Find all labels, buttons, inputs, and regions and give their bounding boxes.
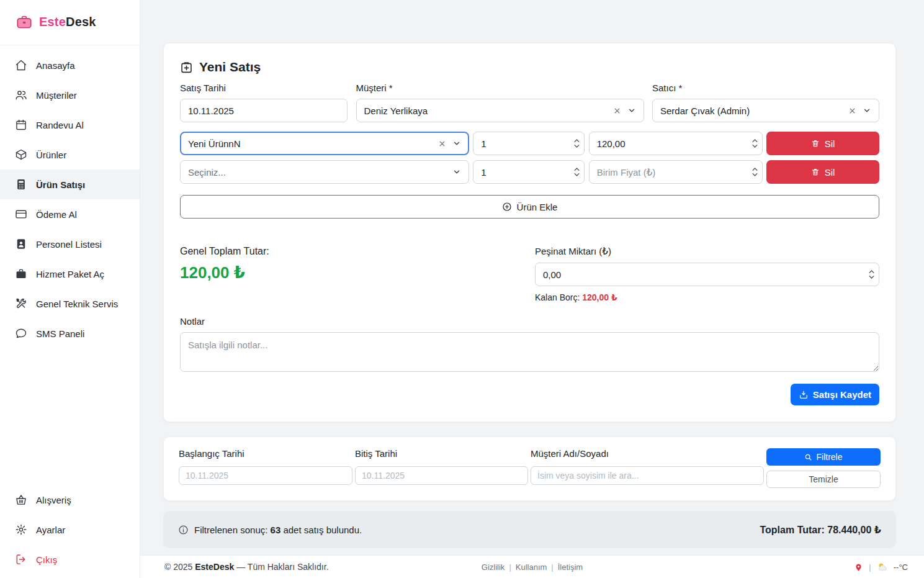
customer-label: Müşteri *	[356, 83, 644, 93]
sidebar-item-anasayfa[interactable]: Anasayfa	[0, 50, 140, 80]
sale-date-input[interactable]	[180, 99, 348, 122]
unit-price-input[interactable]	[589, 160, 763, 184]
product-select[interactable]: Yeni ÜrünnN	[180, 132, 469, 155]
id-badge-icon	[15, 238, 27, 250]
results-total-value: 78.440,00 ₺	[827, 525, 881, 535]
chevron-down-icon	[452, 168, 461, 176]
unit-price-input[interactable]	[589, 132, 763, 155]
sidebar-item-odeme-al[interactable]: Ödeme Al	[0, 199, 140, 229]
sidebar-item-cikis[interactable]: Çıkış	[0, 544, 140, 574]
sidebar-item-label: Hizmet Paket Aç	[36, 269, 104, 279]
results-summary: Filtrelenen sonuç: 63 adet satış bulundu…	[178, 525, 362, 535]
sidebar-item-hizmet-paket-ac[interactable]: Hizmet Paket Aç	[0, 259, 140, 289]
sidebar-item-urunler[interactable]: Ürünler	[0, 140, 140, 169]
clear-filter-button[interactable]: Temizle	[766, 471, 881, 488]
seller-select[interactable]: Serdar Çıvak (Admin)	[652, 99, 879, 122]
customer-name-label: Müşteri Adı/Soyadı	[531, 448, 764, 459]
filter-button[interactable]: Filtrele	[766, 448, 881, 466]
notes-textarea[interactable]	[180, 332, 879, 372]
delete-row-button[interactable]: Sil	[766, 132, 879, 155]
footer-status: | --°C	[854, 562, 908, 572]
start-date-label: Başlangıç Tarihi	[179, 448, 352, 459]
add-product-button[interactable]: Ürün Ekle	[180, 195, 879, 219]
sidebar-item-label: Çıkış	[36, 554, 57, 565]
brand-logo[interactable]: EsteDesk	[0, 0, 140, 45]
quantity-stepper[interactable]	[574, 168, 580, 177]
filter-card: Başlangıç Tarihi Bitiş Tarihi Müşteri Ad…	[163, 436, 896, 501]
results-count: 63	[271, 525, 281, 535]
sidebar-item-genel-teknik-servis[interactable]: Genel Teknik Servis	[0, 289, 140, 318]
location-pin-icon[interactable]	[854, 562, 863, 572]
sidebar-item-alisveris[interactable]: Alışveriş	[0, 485, 140, 515]
clear-icon[interactable]	[848, 107, 856, 115]
delete-row-label: Sil	[825, 138, 835, 149]
product-row: Seçiniz...	[180, 160, 879, 184]
quantity-stepper[interactable]	[574, 139, 580, 148]
chevron-down-icon	[574, 145, 580, 148]
chevron-down-icon	[863, 106, 871, 115]
copyright-brand: EsteDesk	[195, 562, 234, 572]
price-stepper[interactable]	[752, 139, 758, 148]
sidebar-item-label: Müşteriler	[36, 90, 77, 101]
chevron-up-icon	[752, 139, 758, 143]
deposit-label: Peşinat Miktarı (₺)	[535, 246, 879, 257]
sidebar-item-label: Anasayfa	[36, 60, 75, 71]
copyright-suffix: — Tüm Hakları Saklıdır.	[236, 562, 328, 572]
quantity-input[interactable]	[473, 160, 585, 184]
product-rows: Yeni ÜrünnN	[180, 132, 879, 184]
customer-select[interactable]: Deniz Yerlikaya	[356, 99, 644, 122]
product-select[interactable]: Seçiniz...	[180, 160, 469, 184]
footer-links: Gizlilik | Kullanım | İletişim	[482, 562, 583, 572]
save-sale-button[interactable]: Satışı Kaydet	[791, 384, 879, 405]
product-select-value: Yeni ÜrünnN	[188, 138, 432, 149]
grand-total-value: 120,00 ₺	[180, 263, 269, 282]
start-date-input[interactable]	[179, 466, 352, 485]
delete-row-button[interactable]: Sil	[766, 160, 879, 184]
chevron-up-icon	[752, 168, 758, 171]
footer-link-iletisim[interactable]: İletişim	[558, 562, 583, 572]
copyright: © 2025 EsteDesk — Tüm Hakları Saklıdır.	[164, 562, 329, 572]
briefcase-icon	[15, 268, 27, 280]
grand-total: Genel Toplam Tutar: 120,00 ₺	[180, 246, 269, 302]
save-sale-label: Satışı Kaydet	[813, 389, 871, 400]
sidebar-item-personel-listesi[interactable]: Personel Listesi	[0, 229, 140, 259]
sidebar-item-ayarlar[interactable]: Ayarlar	[0, 515, 140, 544]
quantity-input[interactable]	[473, 132, 585, 155]
sidebar-item-randevu-al[interactable]: Randevu Al	[0, 110, 140, 140]
sidebar-item-label: SMS Paneli	[36, 328, 84, 339]
sidebar-item-sms-paneli[interactable]: SMS Paneli	[0, 318, 140, 348]
notes-section: Notlar	[180, 316, 879, 374]
seller-select-value: Serdar Çıvak (Admin)	[660, 106, 842, 116]
chevron-down-icon	[869, 276, 874, 279]
chevron-up-icon	[574, 139, 580, 143]
seller-label: Satıcı *	[652, 83, 879, 93]
footer-link-gizlilik[interactable]: Gizlilik	[482, 562, 505, 572]
sidebar-item-label: Ürünler	[36, 150, 66, 160]
results-text: Filtrelenen sonuç: 63 adet satış bulundu…	[194, 525, 362, 535]
chevron-down-icon	[752, 173, 758, 177]
weather-icon	[877, 562, 888, 572]
new-sale-card: Yeni Satış Satış Tarihi Müşteri * Deniz …	[163, 43, 896, 422]
clear-icon[interactable]	[438, 140, 446, 148]
chat-icon	[15, 327, 27, 340]
sidebar-item-label: Alışveriş	[36, 495, 71, 505]
deposit-input[interactable]	[535, 263, 879, 286]
brand-name-primary: Este	[39, 15, 66, 29]
filter-button-label: Filtrele	[816, 452, 842, 462]
shopping-basket-icon	[15, 494, 27, 506]
deposit-stepper[interactable]	[869, 270, 874, 279]
price-stepper[interactable]	[752, 168, 758, 177]
info-icon	[178, 525, 189, 535]
end-date-input[interactable]	[355, 466, 528, 485]
product-select-placeholder: Seçiniz...	[188, 167, 446, 178]
footer-link-kullanim[interactable]: Kullanım	[516, 562, 547, 572]
footer-link-separator: |	[509, 562, 511, 572]
sidebar-item-musteriler[interactable]: Müşteriler	[0, 80, 140, 110]
sidebar-item-urun-satisi[interactable]: Ürün Satışı	[0, 169, 140, 199]
sidebar-item-label: Personel Listesi	[36, 239, 102, 250]
clear-icon[interactable]	[613, 107, 621, 115]
customer-name-input[interactable]	[531, 466, 764, 485]
sale-date-label: Satış Tarihi	[180, 83, 348, 93]
clear-filter-label: Temizle	[809, 474, 838, 484]
search-icon	[804, 453, 812, 461]
